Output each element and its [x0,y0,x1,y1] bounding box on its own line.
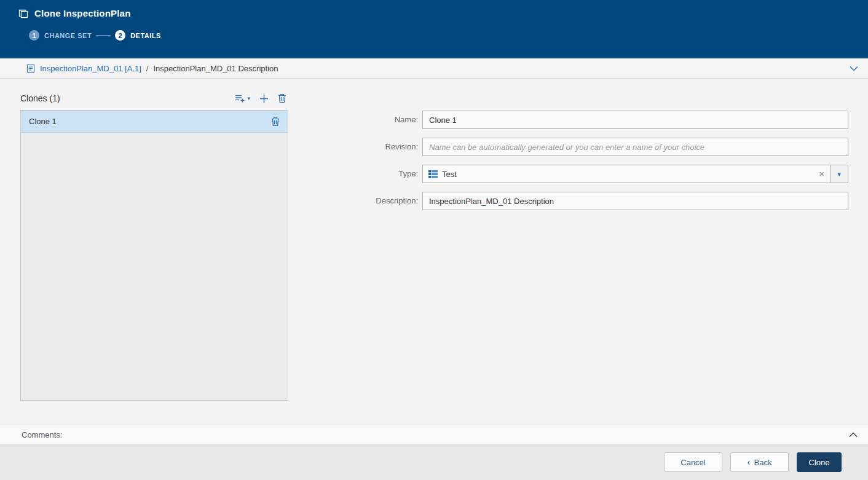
comments-label: Comments: [22,430,62,439]
clones-title: Clones (1) [20,93,60,103]
clones-panel: Clones (1) ▾ [20,90,288,401]
dialog-title: Clone InspectionPlan [34,8,131,18]
add-multiple-caret-icon[interactable]: ▾ [247,96,250,101]
revision-label: Revision: [328,138,422,156]
step-change-set[interactable]: 1 CHANGE SET [29,30,92,41]
back-button[interactable]: ‹ Back [730,452,789,472]
type-value: Test [442,170,457,179]
chevron-down-icon[interactable] [850,66,858,71]
step-2-label: DETAILS [130,32,161,39]
type-combobox[interactable]: Test × ▾ [422,165,848,183]
type-clear-icon[interactable]: × [813,165,830,183]
description-input[interactable] [422,192,848,210]
cancel-button[interactable]: Cancel [664,452,722,472]
dialog-footer: Cancel ‹ Back Clone [0,444,868,480]
back-chevron-icon: ‹ [748,458,751,466]
type-row: Type: Test [328,165,848,183]
clones-toolbar: ▾ [235,93,288,103]
delete-clone-button[interactable] [278,93,286,103]
revision-row: Revision: [328,138,848,156]
back-button-label: Back [754,458,772,467]
clone-button[interactable]: Clone [797,452,842,472]
step-1-circle: 1 [29,30,39,41]
name-label: Name: [328,111,422,129]
breadcrumb: InspectionPlan_MD_01 [A.1] / InspectionP… [0,58,868,79]
breadcrumb-separator: / [146,64,149,73]
chevron-up-icon[interactable] [849,432,858,438]
step-details[interactable]: 2 DETAILS [115,30,161,41]
type-icon [428,170,438,178]
type-dropdown-button[interactable]: ▾ [830,165,848,183]
list-item-clone-1[interactable]: Clone 1 [21,111,288,133]
revision-input[interactable] [422,138,848,156]
item-type-icon [26,64,35,73]
step-1-label: CHANGE SET [44,32,92,39]
breadcrumb-link[interactable]: InspectionPlan_MD_01 [A.1] [40,64,141,73]
clone-name: Clone 1 [29,117,57,126]
add-clone-button[interactable] [259,94,269,103]
comments-section[interactable]: Comments: [0,425,868,444]
remove-clone-icon[interactable] [271,117,280,127]
dialog-header: Clone InspectionPlan 1 CHANGE SET 2 DETA… [0,0,868,58]
description-label: Description: [328,192,422,210]
clone-icon [18,9,28,18]
add-multiple-button[interactable]: ▾ [235,94,250,103]
step-2-circle: 2 [115,30,125,41]
breadcrumb-current: InspectionPlan_MD_01 Description [153,64,278,73]
details-form: Name: Revision: Type: [328,111,848,219]
description-row: Description: [328,192,848,210]
type-value-area[interactable]: Test [423,165,813,183]
wizard-steps: 1 CHANGE SET 2 DETAILS [29,30,868,41]
clone-inspectionplan-dialog: Clone InspectionPlan 1 CHANGE SET 2 DETA… [0,0,868,480]
name-row: Name: [328,111,848,129]
name-input[interactable] [422,111,848,129]
clones-list[interactable]: Clone 1 [20,110,288,401]
clones-panel-header: Clones (1) ▾ [20,90,288,107]
type-label: Type: [328,165,422,183]
step-connector [96,35,111,36]
dialog-body: Clones (1) ▾ [0,79,868,425]
